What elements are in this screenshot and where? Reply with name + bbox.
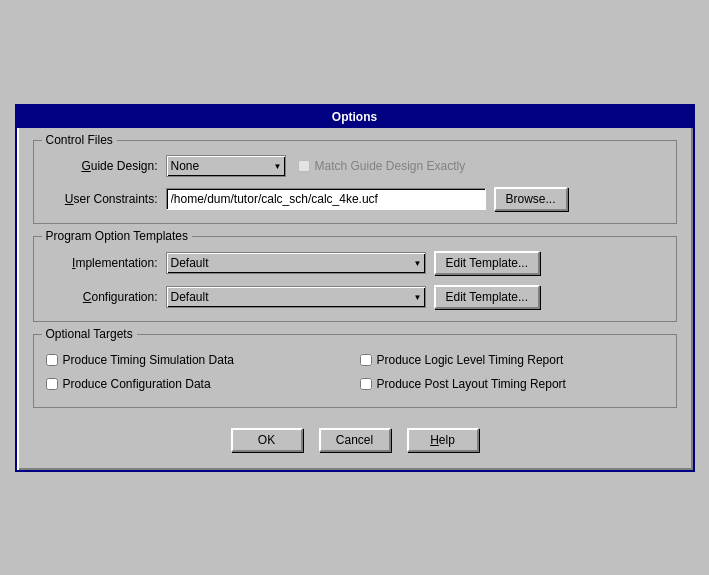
produce-timing-sim-label: Produce Timing Simulation Data: [46, 353, 350, 367]
dialog-title: Options: [332, 110, 377, 124]
produce-config-data-text: Produce Configuration Data: [63, 377, 211, 391]
configuration-label: Configuration:: [46, 290, 166, 304]
implementation-select[interactable]: Default: [166, 252, 426, 274]
produce-post-layout-text: Produce Post Layout Timing Report: [377, 377, 566, 391]
control-files-label: Control Files: [42, 133, 117, 147]
match-guide-label-text: Match Guide Design Exactly: [315, 159, 466, 173]
configuration-select-wrapper: Default: [166, 286, 426, 308]
optional-targets-group: Optional Targets Produce Timing Simulati…: [33, 334, 677, 408]
user-constraints-label: User Constraints:: [46, 192, 166, 206]
edit-template-2-button[interactable]: Edit Template...: [434, 285, 541, 309]
optional-targets-label: Optional Targets: [42, 327, 137, 341]
edit-template-1-button[interactable]: Edit Template...: [434, 251, 541, 275]
produce-logic-level-text: Produce Logic Level Timing Report: [377, 353, 564, 367]
guide-design-select-wrapper: None: [166, 155, 286, 177]
produce-post-layout-checkbox[interactable]: [360, 378, 372, 390]
produce-config-data-checkbox[interactable]: [46, 378, 58, 390]
produce-logic-level-checkbox[interactable]: [360, 354, 372, 366]
options-dialog: Options Control Files Guide Design: None: [15, 104, 695, 472]
ok-button[interactable]: OK: [231, 428, 303, 452]
help-button[interactable]: Help: [407, 428, 479, 452]
guide-design-controls: None Match Guide Design Exactly: [166, 155, 466, 177]
guide-design-select[interactable]: None: [166, 155, 286, 177]
guide-design-row: Guide Design: None Match Guide Design Ex…: [46, 155, 664, 177]
implementation-select-wrapper: Default: [166, 252, 426, 274]
configuration-row: Configuration: Default Edit Template...: [46, 285, 664, 309]
implementation-label: Implementation:: [46, 256, 166, 270]
control-files-group: Control Files Guide Design: None Match G…: [33, 140, 677, 224]
help-button-rest: elp: [439, 433, 455, 447]
program-options-label: Program Option Templates: [42, 229, 193, 243]
produce-timing-sim-checkbox[interactable]: [46, 354, 58, 366]
user-constraints-input[interactable]: [166, 188, 486, 210]
guide-design-label: Guide Design:: [46, 159, 166, 173]
produce-post-layout-label: Produce Post Layout Timing Report: [360, 377, 664, 391]
configuration-select[interactable]: Default: [166, 286, 426, 308]
title-bar: Options: [17, 106, 693, 128]
produce-timing-sim-text: Produce Timing Simulation Data: [63, 353, 234, 367]
produce-logic-level-label: Produce Logic Level Timing Report: [360, 353, 664, 367]
user-constraints-row: User Constraints: Browse...: [46, 187, 664, 211]
dialog-footer: OK Cancel Help: [33, 420, 677, 456]
program-options-group: Program Option Templates Implementation:…: [33, 236, 677, 322]
dialog-body: Control Files Guide Design: None Match G…: [17, 128, 693, 470]
optional-targets-grid: Produce Timing Simulation Data Produce L…: [46, 349, 664, 395]
match-guide-checkbox-label: Match Guide Design Exactly: [298, 159, 466, 173]
produce-config-data-label: Produce Configuration Data: [46, 377, 350, 391]
browse-button[interactable]: Browse...: [494, 187, 568, 211]
implementation-row: Implementation: Default Edit Template...: [46, 251, 664, 275]
cancel-button[interactable]: Cancel: [319, 428, 391, 452]
match-guide-checkbox[interactable]: [298, 160, 310, 172]
